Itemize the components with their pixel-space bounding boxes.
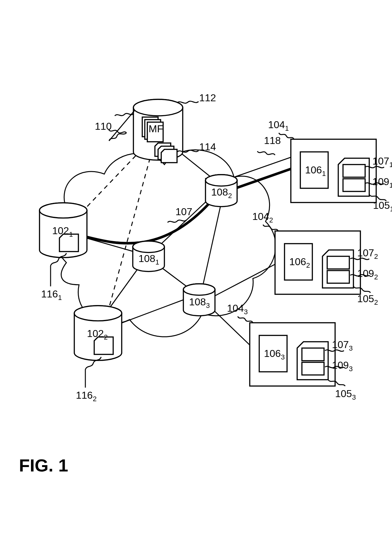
svg-point-23 bbox=[183, 284, 215, 295]
mf-label: MF bbox=[149, 123, 163, 134]
svg-text:1162: 1162 bbox=[76, 390, 97, 403]
svg-text:114: 114 bbox=[199, 141, 216, 153]
svg-text:112: 112 bbox=[199, 92, 216, 103]
svg-point-15 bbox=[40, 203, 87, 218]
svg-text:107: 107 bbox=[175, 206, 192, 217]
mf-docs-icon: MF bbox=[142, 117, 163, 142]
svg-rect-36 bbox=[327, 271, 349, 283]
svg-text:1041: 1041 bbox=[268, 119, 289, 132]
svg-text:1052: 1052 bbox=[357, 293, 378, 306]
svg-text:1042: 1042 bbox=[252, 211, 273, 224]
figure-1: MF bbox=[0, 0, 392, 481]
svg-text:1053: 1053 bbox=[335, 388, 356, 401]
client-104-3 bbox=[250, 323, 335, 386]
svg-point-21 bbox=[205, 175, 237, 186]
svg-rect-40 bbox=[302, 362, 324, 375]
svg-rect-32 bbox=[343, 179, 365, 191]
svg-point-25 bbox=[133, 99, 183, 116]
svg-line-3 bbox=[158, 196, 212, 247]
svg-point-17 bbox=[74, 306, 122, 321]
svg-text:1093: 1093 bbox=[332, 359, 353, 373]
svg-line-8 bbox=[107, 152, 152, 313]
svg-line-7 bbox=[76, 146, 145, 218]
pages-icon bbox=[155, 143, 177, 163]
svg-text:1091: 1091 bbox=[372, 176, 392, 189]
svg-text:1043: 1043 bbox=[227, 302, 248, 316]
client-104-1 bbox=[291, 139, 376, 203]
svg-rect-31 bbox=[343, 165, 365, 177]
client-104-2 bbox=[275, 231, 360, 294]
svg-text:1072: 1072 bbox=[357, 247, 378, 260]
svg-text:110: 110 bbox=[95, 121, 112, 132]
svg-line-12 bbox=[212, 263, 278, 297]
svg-text:1051: 1051 bbox=[373, 200, 392, 213]
svg-line-5 bbox=[202, 203, 221, 288]
svg-text:1161: 1161 bbox=[41, 288, 62, 302]
svg-text:1071: 1071 bbox=[372, 155, 392, 169]
svg-point-19 bbox=[133, 241, 164, 253]
svg-rect-39 bbox=[302, 348, 324, 361]
svg-text:118: 118 bbox=[264, 135, 281, 146]
server-110: MF bbox=[133, 99, 183, 163]
svg-line-2 bbox=[114, 297, 190, 326]
figure-label: FIG. 1 bbox=[19, 455, 68, 475]
svg-text:1092: 1092 bbox=[357, 268, 378, 281]
svg-text:1073: 1073 bbox=[332, 339, 353, 352]
svg-rect-35 bbox=[327, 256, 349, 269]
